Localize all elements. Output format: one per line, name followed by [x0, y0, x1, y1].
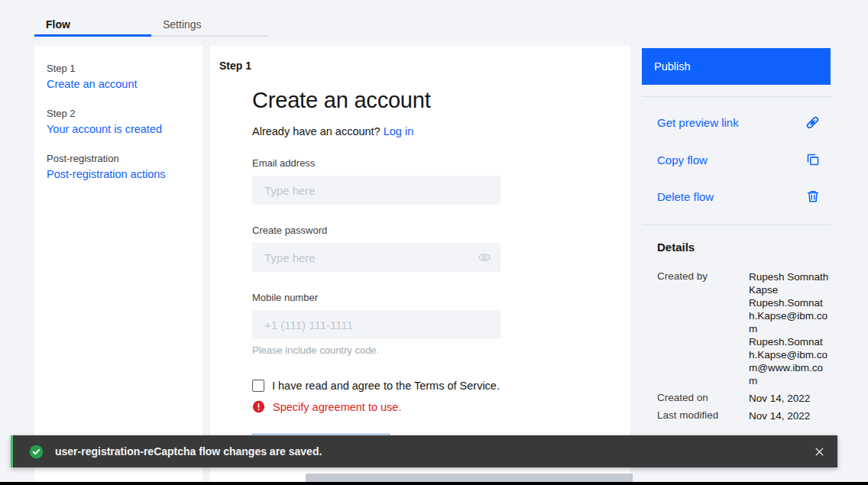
tab-flow-label: Flow: [46, 18, 70, 31]
list-item: Post-registration Post-registration acti…: [47, 153, 190, 180]
toast-message: user-registration-reCaptcha flow changes…: [55, 445, 814, 458]
sidebar-item-account-created[interactable]: Your account is created: [47, 123, 190, 135]
password-field-group: Create password: [252, 225, 500, 272]
last-modified-value: Nov 14, 2022: [749, 409, 831, 422]
copy-flow-button[interactable]: Copy flow: [642, 141, 831, 178]
password-label: Create password: [252, 225, 500, 236]
created-by-email: Rupesh.Somnath.Kapse@ibm.com: [749, 296, 831, 335]
step-group-label: Post-registration: [47, 153, 190, 164]
terms-error: Specify agreement to use.: [252, 400, 500, 413]
tab-flow-underline: [34, 34, 151, 37]
created-by-label: Created by: [657, 270, 749, 387]
close-icon[interactable]: [814, 446, 825, 458]
copy-icon: [806, 153, 820, 167]
window-bottom-edge: [0, 482, 868, 485]
email-field[interactable]: [252, 176, 500, 205]
get-preview-link-label: Get preview link: [657, 116, 739, 129]
email-field-group: Email address: [252, 157, 500, 205]
login-link[interactable]: Log in: [384, 125, 414, 137]
sidebar-item-post-registration[interactable]: Post-registration actions: [47, 168, 190, 180]
steps-panel: Step 1 Create an account Step 2 Your acc…: [34, 46, 202, 482]
details-section: Details Created by Rupesh Somnath Kapse …: [642, 225, 831, 422]
mobile-helper-text: Please include country code.: [252, 344, 500, 356]
login-prompt-text: Already have an account?: [252, 125, 381, 137]
show-password-icon[interactable]: [478, 251, 491, 264]
horizontal-scrollbar-thumb[interactable]: [306, 474, 633, 482]
terms-checkbox[interactable]: [252, 380, 264, 392]
tab-settings-label: Settings: [163, 18, 202, 31]
email-label: Email address: [252, 157, 500, 169]
created-by-name: Rupesh Somnath Kapse: [749, 270, 831, 296]
error-message: Specify agreement to use.: [273, 401, 401, 413]
tab-settings-underline: [151, 35, 268, 37]
last-modified-label: Last modified: [657, 409, 749, 422]
page-title: Create an account: [252, 88, 500, 113]
step-group-label: Step 1: [47, 63, 190, 74]
trash-icon: [806, 189, 820, 203]
login-prompt: Already have an account? Log in: [252, 125, 500, 137]
created-by-upn: Rupesh.Somnath.Kapse@ibm.com@www.ibm.com: [749, 335, 831, 387]
details-heading: Details: [657, 241, 831, 254]
mobile-label: Mobile number: [252, 292, 500, 303]
tab-flow[interactable]: Flow: [34, 14, 151, 37]
delete-flow-label: Delete flow: [657, 190, 714, 203]
password-field[interactable]: [252, 243, 500, 272]
step-group-label: Step 2: [47, 108, 190, 119]
list-item: Step 1 Create an account: [47, 63, 190, 90]
success-check-icon: [29, 445, 44, 459]
delete-flow-button[interactable]: Delete flow: [642, 178, 831, 215]
sidebar-item-create-account[interactable]: Create an account: [47, 78, 190, 90]
step-preview-panel: Step 1 Create an account Already have an…: [210, 46, 630, 482]
created-by-row: Created by Rupesh Somnath Kapse Rupesh.S…: [657, 270, 831, 387]
mobile-field[interactable]: [252, 310, 500, 339]
created-on-label: Created on: [657, 392, 749, 405]
publish-button[interactable]: Publish: [642, 48, 831, 85]
step-heading: Step 1: [219, 60, 621, 72]
list-item: Step 2 Your account is created: [47, 108, 190, 135]
mobile-field-group: Mobile number Please include country cod…: [252, 292, 500, 356]
terms-row: I have read and agree to the Terms of Se…: [252, 380, 500, 392]
last-modified-row: Last modified Nov 14, 2022: [657, 409, 831, 422]
created-on-value: Nov 14, 2022: [749, 392, 831, 405]
success-toast: user-registration-reCaptcha flow changes…: [11, 435, 837, 467]
error-icon: [252, 400, 265, 413]
link-icon: [805, 115, 820, 130]
created-by-value: Rupesh Somnath Kapse Rupesh.Somnath.Kaps…: [749, 270, 831, 387]
tab-bar: Flow Settings: [34, 14, 268, 37]
copy-flow-label: Copy flow: [657, 154, 708, 167]
terms-label: I have read and agree to the Terms of Se…: [272, 380, 500, 392]
flow-actions-rail: Publish Get preview link Copy flow: [642, 48, 831, 422]
get-preview-link-button[interactable]: Get preview link: [642, 104, 831, 141]
tab-settings[interactable]: Settings: [151, 14, 268, 37]
created-on-row: Created on Nov 14, 2022: [657, 392, 831, 405]
